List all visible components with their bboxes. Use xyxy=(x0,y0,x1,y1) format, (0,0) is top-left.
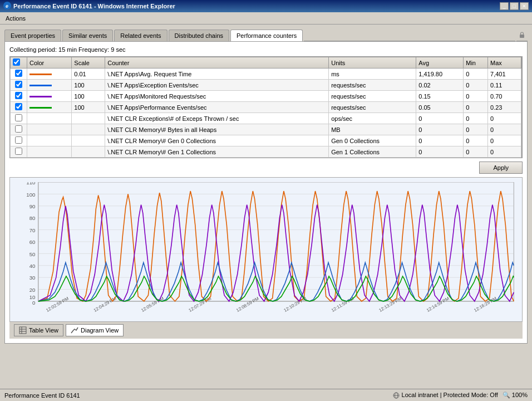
title-bar: e Performance Event ID 6141 - Windows In… xyxy=(0,0,532,12)
table-row: 100\.NET Apps\Exception Events/secreques… xyxy=(11,80,521,91)
counter-cell-1: \.NET Apps\Exception Events/sec xyxy=(105,80,329,91)
tab-event-properties[interactable]: Event properties xyxy=(4,30,61,41)
svg-rect-38 xyxy=(19,327,26,334)
max-cell-0: 7,401 xyxy=(488,69,521,80)
minimize-button[interactable]: _ xyxy=(500,2,509,10)
main-content: Event properties Similar events Related … xyxy=(0,25,532,376)
panel: Collecting period: 15 min Frequency: 9 s… xyxy=(4,41,528,344)
bottom-tabs: Table View Diagram View xyxy=(9,322,523,339)
window-title: Performance Event ID 6141 - Windows Inte… xyxy=(13,3,175,9)
units-cell-0: ms xyxy=(329,69,416,80)
select-all-checkbox[interactable] xyxy=(13,58,20,66)
col-scale: Scale xyxy=(72,57,105,69)
col-max: Max xyxy=(488,57,521,69)
scale-cell-2: 100 xyxy=(72,91,105,102)
table-row: 100\.NET Apps\Monitored Requests/secrequ… xyxy=(11,91,521,102)
scale-cell-6 xyxy=(72,135,105,146)
counter-cell-4: \.NET CLR Exceptions\# of Exceps Thrown … xyxy=(105,113,329,124)
counter-cell-6: \.NET CLR Memory\# Gen 0 Collections xyxy=(105,135,329,146)
avg-cell-5: 0 xyxy=(416,124,464,135)
max-cell-4: 0 xyxy=(488,113,521,124)
scale-cell-7 xyxy=(72,146,105,158)
units-cell-3: requests/sec xyxy=(329,102,416,113)
avg-cell-7: 0 xyxy=(416,146,464,158)
scale-cell-5 xyxy=(72,124,105,135)
max-cell-3: 0.23 xyxy=(488,102,521,113)
row-checkbox-2[interactable] xyxy=(15,92,22,99)
tab-related-events[interactable]: Related events xyxy=(114,30,167,41)
col-avg: Avg xyxy=(416,57,464,69)
counter-cell-0: \.NET Apps\Avg. Request Time xyxy=(105,69,329,80)
color-swatch-1 xyxy=(29,85,52,86)
table-row: \.NET CLR Exceptions\# of Exceps Thrown … xyxy=(11,113,521,124)
col-check xyxy=(11,57,27,69)
tab-similar-events[interactable]: Similar events xyxy=(62,30,113,41)
scale-cell-0: 0.01 xyxy=(72,69,105,80)
chart-svg: 110 100 90 80 70 60 50 40 30 20 10 0 12:… xyxy=(14,182,520,319)
max-cell-5: 0 xyxy=(488,124,521,135)
max-cell-2: 0.70 xyxy=(488,91,521,102)
col-counter: Counter xyxy=(105,57,329,69)
table-wrapper: Color Scale Counter Units Avg Min Max 0.… xyxy=(9,56,523,158)
table-view-tab[interactable]: Table View xyxy=(14,324,63,336)
counter-cell-5: \.NET CLR Memory\# Bytes in all Heaps xyxy=(105,124,329,135)
svg-text:10: 10 xyxy=(29,294,36,300)
units-cell-1: requests/sec xyxy=(329,80,416,91)
table-view-label: Table View xyxy=(29,327,58,334)
diagram-view-label: Diagram View xyxy=(81,327,119,334)
svg-text:50: 50 xyxy=(29,251,36,257)
row-checkbox-5[interactable] xyxy=(15,125,22,133)
table-row: 100\.NET Apps\Performance Events/secrequ… xyxy=(11,102,521,113)
svg-text:60: 60 xyxy=(29,239,36,245)
diagram-view-tab[interactable]: Diagram View xyxy=(66,324,124,336)
close-button[interactable]: ✕ xyxy=(520,2,529,10)
min-cell-6: 0 xyxy=(464,135,488,146)
color-cell-1 xyxy=(27,80,72,91)
counter-cell-7: \.NET CLR Memory\# Gen 1 Collections xyxy=(105,146,329,158)
max-cell-1: 0.11 xyxy=(488,80,521,91)
min-cell-4: 0 xyxy=(464,113,488,124)
color-cell-6 xyxy=(27,135,72,146)
apply-button[interactable]: Apply xyxy=(479,162,523,174)
svg-rect-2 xyxy=(520,35,524,38)
svg-text:30: 30 xyxy=(29,275,36,281)
row-checkbox-4[interactable] xyxy=(15,114,22,121)
table-icon xyxy=(19,326,27,334)
row-checkbox-1[interactable] xyxy=(15,81,22,88)
tab-distributed-chains[interactable]: Distributed chains xyxy=(169,30,229,41)
app-icon: e xyxy=(3,2,11,11)
units-cell-4: ops/sec xyxy=(329,113,416,124)
row-checkbox-6[interactable] xyxy=(15,136,22,144)
units-cell-6: Gen 0 Collections xyxy=(329,135,416,146)
max-cell-7: 0 xyxy=(488,146,521,158)
svg-text:40: 40 xyxy=(29,263,36,269)
counter-cell-2: \.NET Apps\Monitored Requests/sec xyxy=(105,91,329,102)
avg-cell-6: 0 xyxy=(416,135,464,146)
col-min: Min xyxy=(464,57,488,69)
svg-text:70: 70 xyxy=(29,227,36,233)
maximize-button[interactable]: □ xyxy=(510,2,519,10)
row-checkbox-0[interactable] xyxy=(15,70,22,77)
min-cell-0: 0 xyxy=(464,69,488,80)
avg-cell-3: 0.05 xyxy=(416,102,464,113)
table-scroll[interactable]: Color Scale Counter Units Avg Min Max 0.… xyxy=(10,57,522,158)
window-controls: _ □ ✕ xyxy=(500,2,529,10)
table-row: \.NET CLR Memory\# Gen 1 CollectionsGen … xyxy=(11,146,521,158)
actions-menu[interactable]: Actions xyxy=(2,14,29,23)
color-cell-0 xyxy=(27,69,72,80)
svg-text:20: 20 xyxy=(29,287,36,293)
table-row: \.NET CLR Memory\# Bytes in all HeapsMB0… xyxy=(11,124,521,135)
lock-icon xyxy=(519,32,525,38)
max-cell-6: 0 xyxy=(488,135,521,146)
color-swatch-2 xyxy=(29,96,52,97)
counter-cell-3: \.NET Apps\Performance Events/sec xyxy=(105,102,329,113)
tab-performance-counters[interactable]: Performance counters xyxy=(230,30,303,41)
min-cell-7: 0 xyxy=(464,146,488,158)
col-units: Units xyxy=(329,57,416,69)
row-checkbox-3[interactable] xyxy=(15,103,22,110)
collecting-info: Collecting period: 15 min Frequency: 9 s… xyxy=(9,46,523,53)
row-checkbox-7[interactable] xyxy=(15,148,22,155)
svg-text:100: 100 xyxy=(26,192,35,198)
scale-cell-1: 100 xyxy=(72,80,105,91)
color-swatch-3 xyxy=(29,107,52,109)
